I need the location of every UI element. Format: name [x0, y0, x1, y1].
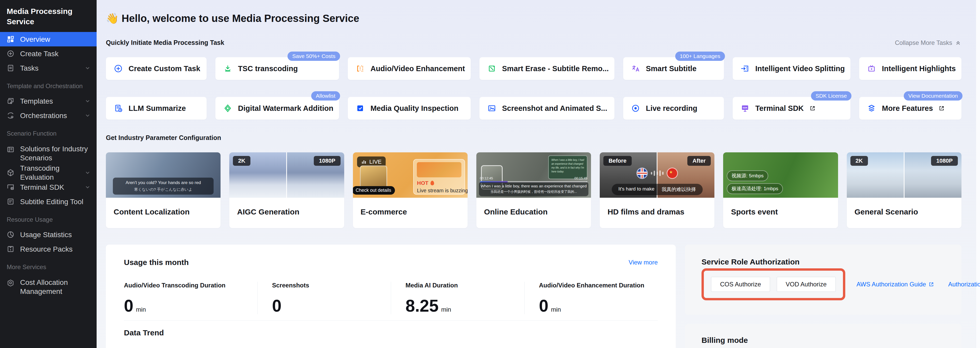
language-flags [636, 168, 678, 179]
livestream-panel: HOT Live stream is buzzing! [413, 159, 465, 195]
stat-media-ai-duration: Media AI Duration 8.25min [391, 282, 524, 314]
stat-enhancement-duration: Audio/Video Enhancement Duration 0min [524, 282, 658, 314]
resolution-badge: 2K [233, 156, 250, 166]
task-card-label: Media Quality Inspection [371, 104, 458, 113]
task-card-create-custom-task[interactable]: Create Custom Task [106, 57, 207, 80]
sidebar-item-resource-packs[interactable]: Resource Packs [0, 242, 97, 256]
image-icon [487, 104, 496, 113]
task-card-more-features[interactable]: View Documentation More Features [859, 97, 961, 120]
chevron-down-icon [84, 184, 91, 190]
task-card-live-recording[interactable]: Live recording [623, 97, 724, 120]
sidebar-item-usage-statistics[interactable]: Usage Statistics [0, 227, 97, 242]
promo-badge: Save 50%+ Costs [288, 51, 340, 61]
enhance-brackets-icon [356, 64, 365, 73]
task-card-llm-summarize[interactable]: LLM Summarize [106, 97, 207, 120]
industry-card-aigc-generation[interactable]: 2K 1080P AIGC Generation [229, 152, 344, 228]
split-arrow-icon [740, 64, 750, 73]
collapse-more-tasks-button[interactable]: Collapse More Tasks [895, 39, 961, 46]
industry-card-ecommerce[interactable]: LIVE Check out details HOT Live stream i… [353, 152, 468, 228]
task-card-digital-watermark[interactable]: Allowlist Digital Watermark Addition [215, 97, 339, 120]
before-badge: Before [603, 156, 632, 166]
cos-authorize-button[interactable]: COS Authorize [711, 277, 770, 292]
collapse-more-tasks-label: Collapse More Tasks [895, 39, 952, 46]
task-card-av-enhancement[interactable]: Audio/Video Enhancement [348, 57, 471, 80]
view-more-link[interactable]: View more [628, 259, 658, 266]
package-icon [7, 245, 14, 253]
industry-card-grid: Aren't you cold? Your hands are so red 寒… [106, 152, 961, 228]
cube-icon [7, 169, 14, 177]
sidebar-item-transcoding-evaluation[interactable]: Transcoding Evaluation [0, 166, 97, 180]
link-label: AWS Authorization Guide [857, 281, 926, 288]
hd-films-image: Before After It's hard to make 我真的难以抉择 [600, 152, 714, 198]
bitrate-pill: 视频源: 5mbps [727, 171, 768, 181]
task-card-label: Intelligent Video Splitting [755, 64, 845, 73]
external-link-icon [810, 105, 816, 111]
industry-card-hd-films[interactable]: Before After It's hard to make 我真的难以抉择 H… [600, 152, 714, 228]
task-card-quality-inspection[interactable]: Media Quality Inspection [348, 97, 471, 120]
subtitle-overlay: Aren't you cold? Your hands are so red 寒… [113, 177, 214, 195]
industry-card-online-education[interactable]: When I was a little boy, I had an experi… [476, 152, 591, 228]
ecommerce-image: LIVE Check out details HOT Live stream i… [353, 152, 468, 198]
sidebar-item-tasks[interactable]: Tasks [0, 61, 97, 75]
task-card-tsc-transcoding[interactable]: Save 50%+ Costs TSC transcoding [215, 57, 339, 80]
service-role-panel: Service Role Authorization COS Authorize… [685, 245, 961, 315]
task-card-intelligent-highlights[interactable]: Intelligent Highlights [859, 57, 961, 80]
industry-card-title: Online Education [476, 198, 591, 228]
external-link-icon [939, 105, 945, 111]
double-chevron-up-icon [955, 40, 961, 46]
sidebar-item-label: Tasks [20, 64, 79, 73]
industry-card-sports-event[interactable]: 视频源: 5mbps 极速高清处理: 1mbps Sports event [723, 152, 838, 228]
task-card-label: Screenshot and Animated S... [502, 104, 607, 113]
sidebar-section-label: Resource Usage [0, 216, 97, 223]
task-card-smart-subtitle[interactable]: 100+ Languages Smart Subtitle [623, 57, 724, 80]
sidebar-item-create-task[interactable]: Create Task [0, 46, 97, 61]
sidebar-item-orchestrations[interactable]: Orchestrations [0, 108, 97, 123]
svg-text:SDK: SDK [743, 107, 748, 109]
sdk-monitor-icon: SDK [740, 104, 750, 113]
livestream-caption: Live stream is buzzing! [417, 188, 461, 193]
vod-authorize-button[interactable]: VOD Authorize [777, 277, 836, 292]
sidebar-item-cost-allocation[interactable]: Cost Allocation Management [0, 275, 97, 299]
sidebar-item-solutions[interactable]: Solutions for Industry Scenarios [0, 141, 97, 166]
newspaper-icon [7, 146, 14, 153]
sidebar-item-label: Terminal SDK [20, 183, 79, 192]
task-card-screenshot-animated[interactable]: Screenshot and Animated S... [479, 97, 614, 120]
sidebar-section-label: Template and Orchestration [0, 83, 97, 90]
subtitle-overlay: When I was a little boy, there was an ex… [479, 182, 589, 196]
sidebar-item-subtitle-editing-tool[interactable]: Subtitle Editing Tool [0, 194, 97, 209]
industry-card-general-scenario[interactable]: 2K 1080P General Scenario [847, 152, 961, 228]
hexagon-icon [7, 279, 14, 287]
industry-card-title: AIGC Generation [229, 198, 344, 228]
service-role-heading: Service Role Authorization [702, 257, 945, 266]
stat-value: 0 [272, 297, 282, 314]
task-card-terminal-sdk[interactable]: SDK License SDK Terminal SDK [733, 97, 850, 120]
sidebar-item-label: Templates [20, 97, 79, 106]
industry-card-content-localization[interactable]: Aren't you cold? Your hands are so red 寒… [106, 152, 221, 228]
sidebar-section-label: More Services [0, 263, 97, 271]
sports-image: 视频源: 5mbps 极速高清处理: 1mbps [723, 152, 838, 198]
chevron-down-icon [84, 169, 91, 176]
main-content: 👋 Hello, welcome to use Media Processing… [97, 0, 976, 348]
authorization-link[interactable]: Authorization [948, 281, 980, 288]
promo-badge: 100+ Languages [675, 51, 725, 61]
sidebar-item-terminal-sdk[interactable]: Terminal SDK [0, 180, 97, 194]
check-square-icon [356, 104, 365, 113]
subtitle-document-icon [7, 198, 14, 206]
task-card-smart-erase[interactable]: Smart Erase - Subtitle Remo... [479, 57, 614, 80]
sidebar-item-templates[interactable]: Templates [0, 94, 97, 108]
live-bars-icon [361, 159, 367, 165]
stat-transcoding-duration: Audio/Video Transcoding Duration 0min [124, 282, 258, 314]
industry-card-title: General Scenario [847, 198, 961, 228]
erase-icon [487, 64, 496, 73]
task-card-video-splitting[interactable]: Intelligent Video Splitting [733, 57, 850, 80]
after-badge: After [687, 156, 711, 166]
task-card-label: Audio/Video Enhancement [371, 64, 465, 73]
task-card-label: Intelligent Highlights [882, 64, 956, 73]
aws-authorization-guide-link[interactable]: AWS Authorization Guide [857, 281, 934, 288]
sidebar-item-overview[interactable]: Overview [0, 32, 97, 46]
workflow-icon [7, 112, 14, 119]
tv-play-icon [867, 64, 876, 73]
check-out-details-pill: Check out details [353, 186, 395, 195]
uk-flag-icon [636, 168, 648, 179]
quick-task-grid: Create Custom Task Save 50%+ Costs TSC t… [106, 57, 961, 120]
